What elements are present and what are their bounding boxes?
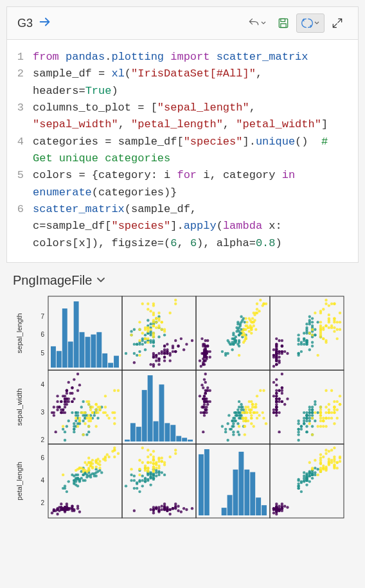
svg-rect-1259 xyxy=(250,472,255,515)
svg-point-835 xyxy=(275,411,278,414)
svg-rect-20 xyxy=(74,301,79,368)
svg-point-1344 xyxy=(297,483,299,485)
code-content[interactable]: sample_df = xl("IrisDataSet[#All]", head… xyxy=(33,66,358,100)
svg-point-376 xyxy=(278,356,280,359)
code-content[interactable]: colors = {category: i for i, category in… xyxy=(33,167,358,201)
svg-rect-18 xyxy=(62,308,67,368)
svg-point-162 xyxy=(147,328,149,331)
svg-point-517 xyxy=(64,405,66,408)
svg-point-503 xyxy=(66,392,68,395)
code-content[interactable]: from pandas.plotting import scatter_matr… xyxy=(33,49,358,66)
svg-point-788 xyxy=(244,420,247,422)
svg-point-1243 xyxy=(161,460,163,463)
code-content[interactable]: categories = sample_df["species"].unique… xyxy=(33,134,358,168)
svg-point-1048 xyxy=(87,457,90,459)
svg-point-942 xyxy=(333,411,335,414)
svg-point-1097 xyxy=(80,467,83,469)
svg-point-1181 xyxy=(144,480,147,483)
undo-button[interactable] xyxy=(244,14,271,32)
svg-point-933 xyxy=(336,400,339,403)
svg-point-916 xyxy=(311,433,314,436)
svg-point-1354 xyxy=(308,472,311,475)
save-button[interactable] xyxy=(273,14,294,32)
code-line[interactable]: 4categories = sample_df["species"].uniqu… xyxy=(7,134,358,168)
svg-point-1143 xyxy=(174,503,177,505)
code-line[interactable]: 5colors = {category: i for i, category i… xyxy=(7,167,358,201)
code-content[interactable]: columns_to_plot = ["sepal_length", "sepa… xyxy=(33,100,358,134)
svg-point-1369 xyxy=(316,474,319,476)
svg-point-67 xyxy=(152,363,155,366)
svg-point-990 xyxy=(53,510,55,512)
svg-point-768 xyxy=(262,417,265,420)
svg-point-436 xyxy=(328,305,330,307)
svg-point-465 xyxy=(308,332,311,334)
svg-point-1082 xyxy=(84,461,86,464)
svg-point-780 xyxy=(250,422,253,425)
svg-point-163 xyxy=(141,332,144,334)
svg-point-87 xyxy=(149,323,152,325)
svg-point-309 xyxy=(253,312,255,314)
svg-point-683 xyxy=(203,395,206,397)
code-line[interactable]: 6scatter_matrix(sample_df, c=sample_df["… xyxy=(7,201,358,252)
code-line[interactable]: 3columns_to_plot = ["sepal_length", "sep… xyxy=(7,100,358,134)
svg-point-119 xyxy=(141,343,144,346)
svg-rect-2 xyxy=(281,24,286,28)
svg-point-845 xyxy=(275,392,278,395)
svg-point-450 xyxy=(311,334,314,336)
svg-rect-1 xyxy=(281,19,285,21)
svg-point-171 xyxy=(144,337,147,340)
svg-rect-1258 xyxy=(244,470,249,515)
svg-point-841 xyxy=(281,389,283,392)
svg-point-744 xyxy=(221,425,224,427)
svg-rect-636 xyxy=(142,390,147,441)
svg-point-1312 xyxy=(275,508,278,511)
svg-point-1234 xyxy=(152,456,155,458)
svg-point-152 xyxy=(144,328,147,331)
svg-point-317 xyxy=(249,326,251,329)
svg-point-1403 xyxy=(336,461,339,464)
svg-point-789 xyxy=(253,405,256,408)
output-header[interactable]: PngImageFile xyxy=(13,273,352,288)
svg-point-946 xyxy=(319,411,322,414)
svg-point-772 xyxy=(241,417,244,420)
svg-point-728 xyxy=(231,420,233,422)
svg-point-962 xyxy=(78,510,81,513)
svg-point-261 xyxy=(229,343,231,346)
svg-point-371 xyxy=(278,352,280,355)
svg-point-99 xyxy=(157,335,160,338)
svg-point-177 xyxy=(163,330,166,333)
code-line[interactable]: 2sample_df = xl("IrisDataSet[#All]", hea… xyxy=(7,66,358,100)
svg-point-926 xyxy=(314,411,316,414)
code-editor[interactable]: 1from pandas.plotting import scatter_mat… xyxy=(6,40,359,263)
svg-point-844 xyxy=(275,405,278,408)
code-content[interactable]: scatter_matrix(sample_df, c=sample_df["s… xyxy=(33,201,358,252)
svg-point-148 xyxy=(130,334,132,336)
svg-point-687 xyxy=(202,431,204,433)
svg-point-424 xyxy=(297,352,299,355)
svg-point-164 xyxy=(152,303,155,305)
svg-point-1159 xyxy=(125,485,127,487)
svg-point-430 xyxy=(305,339,308,342)
code-line[interactable]: 1from pandas.plotting import scatter_mat… xyxy=(7,49,358,66)
svg-point-412 xyxy=(297,343,299,346)
svg-point-229 xyxy=(203,352,206,355)
svg-point-762 xyxy=(249,411,251,414)
svg-point-1089 xyxy=(98,467,101,469)
svg-point-1139 xyxy=(166,510,168,512)
svg-point-1145 xyxy=(174,506,177,508)
svg-point-1083 xyxy=(113,456,116,458)
svg-point-786 xyxy=(250,409,253,411)
code-output-toggle[interactable] xyxy=(296,13,325,33)
expand-button[interactable] xyxy=(327,14,348,32)
svg-rect-1256 xyxy=(233,470,238,515)
svg-point-582 xyxy=(87,403,90,405)
svg-rect-641 xyxy=(170,425,175,441)
svg-point-1069 xyxy=(75,469,77,472)
svg-point-884 xyxy=(305,431,308,433)
svg-point-89 xyxy=(125,352,127,355)
svg-rect-635 xyxy=(136,427,141,441)
svg-point-225 xyxy=(203,356,206,359)
line-number: 2 xyxy=(7,66,33,100)
svg-point-1070 xyxy=(113,449,116,451)
svg-point-1136 xyxy=(168,508,171,511)
